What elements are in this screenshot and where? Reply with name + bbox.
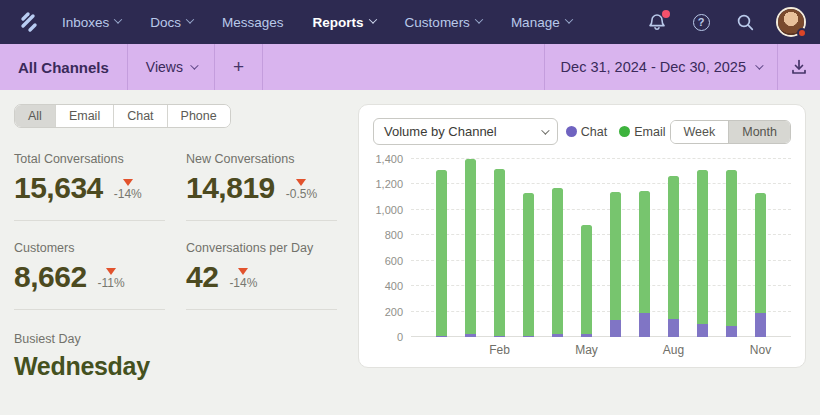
nav-item-messages[interactable]: Messages xyxy=(222,15,284,30)
stat-busiest-day: Busiest Day Wednesday xyxy=(14,332,358,381)
bar-segment-chat xyxy=(465,334,476,337)
nav-item-label: Inboxes xyxy=(62,15,109,30)
bar-slot xyxy=(572,159,601,337)
download-button[interactable] xyxy=(778,44,820,90)
chevron-down-icon xyxy=(368,15,376,23)
delta-text: -14% xyxy=(229,276,257,290)
nav-item-reports[interactable]: Reports xyxy=(313,15,376,30)
nav-item-label: Customers xyxy=(405,15,470,30)
top-nav: Inboxes Docs Messages Reports Customers … xyxy=(0,0,820,44)
bar-segment-email xyxy=(523,193,534,337)
report-title: All Channels xyxy=(0,44,128,90)
add-view-button[interactable]: + xyxy=(215,44,263,90)
download-icon xyxy=(790,58,808,76)
bar-jul[interactable] xyxy=(639,159,650,337)
triangle-down-icon xyxy=(106,268,116,275)
bar-aug[interactable] xyxy=(668,159,679,337)
bar-slot xyxy=(456,159,485,337)
bar-segment-email xyxy=(610,192,621,320)
bar-segment-chat xyxy=(639,313,650,337)
status-badge xyxy=(797,28,807,38)
bar-may[interactable] xyxy=(581,159,592,337)
nav-item-manage[interactable]: Manage xyxy=(511,15,572,30)
bar-slot xyxy=(688,159,717,337)
nav-item-inboxes[interactable]: Inboxes xyxy=(62,15,121,30)
bar-segment-email xyxy=(726,170,737,325)
nav-item-label: Docs xyxy=(150,15,181,30)
bar-slot xyxy=(601,159,630,337)
bar-sep[interactable] xyxy=(697,159,708,337)
bar-segment-chat xyxy=(523,336,534,337)
filter-email[interactable]: Email xyxy=(56,105,114,127)
bar-oct[interactable] xyxy=(726,159,737,337)
month-button[interactable]: Month xyxy=(728,121,790,143)
stat-value: 14,819 xyxy=(186,171,275,205)
avatar[interactable] xyxy=(778,9,804,35)
search-icon xyxy=(736,13,755,32)
filter-all[interactable]: All xyxy=(15,105,56,127)
filter-chat[interactable]: Chat xyxy=(114,105,167,127)
bar-segment-chat xyxy=(436,336,447,337)
stat-value: 15,634 xyxy=(14,171,103,205)
bar-dec[interactable] xyxy=(436,159,447,337)
notification-badge xyxy=(662,10,670,18)
bar-slot xyxy=(427,159,456,337)
helpscout-logo[interactable] xyxy=(16,9,42,35)
y-tick-label: 1,000 xyxy=(375,204,403,216)
bar-segment-email xyxy=(465,159,476,334)
bar-segment-email xyxy=(552,188,563,335)
bar-mar[interactable] xyxy=(523,159,534,337)
bar-apr[interactable] xyxy=(552,159,563,337)
legend-email-label: Email xyxy=(634,125,665,139)
bar-jun[interactable] xyxy=(610,159,621,337)
date-range-label: Dec 31, 2024 - Dec 30, 2025 xyxy=(561,59,746,75)
legend-email[interactable]: Email xyxy=(619,125,665,139)
nav-menu: Inboxes Docs Messages Reports Customers … xyxy=(62,15,572,30)
busiest-day-value: Wednesday xyxy=(14,352,358,381)
plus-icon: + xyxy=(233,56,244,78)
y-axis: 02004006008001,0001,2001,400 xyxy=(373,159,411,337)
y-tick-label: 200 xyxy=(385,306,403,318)
week-button[interactable]: Week xyxy=(671,121,729,143)
bar-jan[interactable] xyxy=(465,159,476,337)
chart-metric-select[interactable]: Volume by Channel xyxy=(373,118,558,145)
toolbar-spacer xyxy=(263,44,544,90)
bar-segment-email xyxy=(639,191,650,313)
period-toggle: Week Month xyxy=(670,120,791,144)
legend-chat-dot xyxy=(566,126,577,137)
y-tick-label: 800 xyxy=(385,229,403,241)
bar-segment-email xyxy=(755,193,766,313)
nav-item-label: Reports xyxy=(313,15,364,30)
date-range-button[interactable]: Dec 31, 2024 - Dec 30, 2025 xyxy=(544,44,778,90)
chevron-down-icon xyxy=(475,15,483,23)
bar-segment-chat xyxy=(581,334,592,337)
stat-label: Busiest Day xyxy=(14,332,358,346)
legend-chat[interactable]: Chat xyxy=(566,125,607,139)
main-content: All Email Chat Phone Total Conversations… xyxy=(0,90,820,381)
help-icon: ? xyxy=(693,14,710,31)
filter-phone[interactable]: Phone xyxy=(168,105,230,127)
nav-item-customers[interactable]: Customers xyxy=(405,15,482,30)
helpscout-logo-icon xyxy=(16,9,42,35)
search-button[interactable] xyxy=(734,11,756,33)
stat-delta: -0.5% xyxy=(286,179,317,201)
nav-item-docs[interactable]: Docs xyxy=(150,15,193,30)
legend-email-dot xyxy=(619,126,630,137)
views-button[interactable]: Views xyxy=(128,44,215,90)
chevron-down-icon xyxy=(190,61,198,69)
y-tick-label: 1,200 xyxy=(375,178,403,190)
x-tick-label: Nov xyxy=(746,343,775,357)
bar-nov[interactable] xyxy=(755,159,766,337)
stat-customers: Customers 8,662 -11% xyxy=(14,241,165,310)
help-button[interactable]: ? xyxy=(690,11,712,33)
chevron-down-icon xyxy=(564,15,572,23)
report-toolbar: All Channels Views + Dec 31, 2024 - Dec … xyxy=(0,44,820,90)
y-tick-label: 600 xyxy=(385,255,403,267)
chart-legend: Chat Email xyxy=(566,125,666,139)
bar-feb[interactable] xyxy=(494,159,505,337)
triangle-down-icon xyxy=(123,179,133,186)
chart-header: Volume by Channel Chat Email Week Month xyxy=(373,118,791,145)
stat-conversations-per-day: Conversations per Day 42 -14% xyxy=(186,241,337,310)
stats-grid: Total Conversations 15,634 -14% New Conv… xyxy=(14,152,358,330)
notifications-button[interactable] xyxy=(646,11,668,33)
